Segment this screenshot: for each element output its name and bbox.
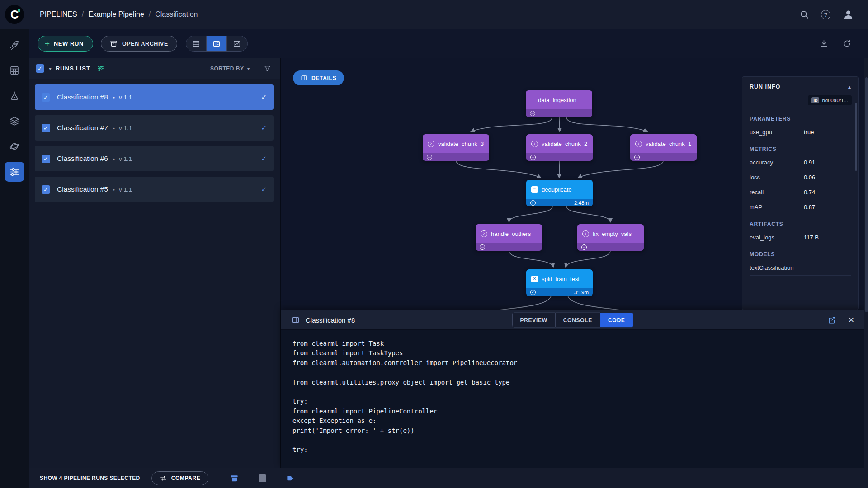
search-button[interactable]: [800, 10, 809, 19]
id-value: bd00a0f1...: [822, 98, 848, 103]
reports-flask-icon: [9, 90, 20, 101]
row-checkbox[interactable]: ✓: [42, 93, 50, 102]
model-link[interactable]: textClassification: [750, 264, 804, 271]
add-tag-button[interactable]: [286, 474, 295, 483]
breadcrumb-separator: /: [82, 10, 84, 19]
run-version: v 1.1: [119, 94, 132, 101]
row-checkbox[interactable]: ✓: [42, 124, 50, 132]
node-footer: [423, 153, 489, 161]
tab-console[interactable]: CONSOLE: [556, 313, 600, 328]
tab-code-label: CODE: [608, 317, 625, 323]
run-row-classification-6[interactable]: ✓ Classification #6 ● v 1.1 ✓: [35, 146, 274, 171]
chevron-circle-icon: ›: [481, 230, 487, 237]
vertical-scrollbar[interactable]: [864, 58, 868, 468]
cached-status-icon: [634, 155, 640, 160]
auto-refresh-icon: [842, 39, 852, 48]
run-info-scrollbar[interactable]: [855, 103, 857, 171]
tab-code[interactable]: CODE: [600, 313, 633, 328]
row-checkbox[interactable]: ✓: [42, 155, 50, 163]
parameter-label: use_gpu: [750, 129, 804, 136]
run-name: Classification #8: [57, 93, 108, 101]
new-run-button[interactable]: + NEW RUN: [38, 36, 93, 52]
code-viewer[interactable]: from clearml import Task from clearml im…: [281, 330, 864, 468]
bottom-panel-header: Classification #8 PREVIEW CONSOLE CODE: [281, 310, 864, 330]
details-button[interactable]: DETAILS: [293, 70, 344, 85]
run-row-classification-5[interactable]: ✓ Classification #5 ● v 1.1 ✓: [35, 177, 274, 202]
filter-button[interactable]: [264, 65, 271, 72]
sidebar-item-hyper-datasets[interactable]: [5, 111, 24, 131]
select-all-checkbox[interactable]: ✓: [36, 64, 44, 73]
run-info-title: RUN INFO: [750, 84, 780, 90]
pipeline-node-handle-outliers[interactable]: › handle_outliers: [476, 224, 542, 251]
models-section-title: MODELS: [742, 245, 858, 261]
collapse-chevron-icon[interactable]: ▴: [848, 84, 851, 90]
archive-selected-button[interactable]: [230, 474, 239, 483]
help-button[interactable]: ?: [821, 10, 830, 19]
parameter-value: true: [804, 129, 814, 136]
open-archive-button[interactable]: OPEN ARCHIVE: [101, 36, 177, 52]
split-view-button[interactable]: [207, 36, 227, 51]
pipeline-node-validate-chunk-3[interactable]: › validate_chunk_3: [423, 134, 489, 161]
sidebar-item-projects[interactable]: [5, 35, 24, 55]
run-id-pill[interactable]: ID bd00a0f1...: [808, 95, 852, 105]
node-header: × split_train_test: [526, 269, 593, 288]
pipeline-node-deduplicate[interactable]: ≡ deduplicate ✓ 2:48m: [526, 180, 593, 206]
panel-expand-icon[interactable]: [292, 316, 300, 324]
pipeline-node-validate-chunk-2[interactable]: › validate_chunk_2: [526, 134, 593, 161]
metric-value: 0.87: [804, 204, 815, 211]
metric-label: mAP: [750, 204, 804, 211]
auto-refresh-button[interactable]: [842, 39, 852, 48]
avatar-icon: [842, 9, 854, 21]
breadcrumb-separator: /: [149, 10, 151, 19]
breadcrumb-project[interactable]: Example Pipeline: [88, 10, 144, 19]
node-footer: ✓ 2:48m: [526, 199, 593, 206]
pipeline-node-validate-chunk-1[interactable]: › validate_chunk_1: [630, 134, 697, 161]
app-root: C PIPELINES / Example Pipeline / Classif…: [0, 0, 868, 488]
node-label: deduplicate: [542, 186, 572, 193]
table-view-button[interactable]: [186, 36, 207, 51]
download-button[interactable]: [819, 39, 829, 48]
separator-dot-icon: ●: [113, 127, 115, 130]
sidebar-item-applications[interactable]: [5, 136, 24, 156]
run-version: v 1.1: [119, 155, 132, 162]
close-panel-button[interactable]: ✕: [848, 315, 854, 325]
node-label: fix_empty_vals: [593, 230, 632, 237]
run-row-classification-8[interactable]: ✓ Classification #8 ● v 1.1 ✓: [35, 84, 274, 110]
applications-orb-icon: [9, 141, 20, 152]
sidebar-item-reports[interactable]: [5, 86, 24, 106]
pipeline-node-data-ingestion[interactable]: ≡ data_ingestion: [526, 90, 592, 117]
pipeline-node-fix-empty-vals[interactable]: › fix_empty_vals: [577, 224, 644, 251]
scrollbar-thumb[interactable]: [865, 77, 868, 312]
run-status-check-icon: ✓: [261, 93, 267, 101]
pipeline-node-split-train-test[interactable]: × split_train_test ✓ 3:19m: [526, 269, 593, 296]
selection-menu-caret-icon[interactable]: ▾: [49, 66, 52, 72]
node-runtime: 2:48m: [574, 200, 589, 206]
metric-value: 0.74: [804, 189, 815, 196]
row-checkbox[interactable]: ✓: [42, 185, 50, 194]
tab-preview[interactable]: PREVIEW: [512, 313, 556, 328]
selection-summary[interactable]: SHOW 4 PIPELINE RUNS SELECTED: [40, 475, 140, 481]
run-status-check-icon: ✓: [261, 155, 267, 163]
tab-preview-label: PREVIEW: [520, 317, 547, 323]
sidebar-item-pipelines[interactable]: [5, 162, 24, 182]
clearml-logo[interactable]: C: [5, 5, 24, 24]
customize-columns-button[interactable]: [97, 65, 104, 72]
sorted-by-label: SORTED BY: [210, 66, 244, 72]
download-icon: [819, 39, 829, 48]
tag-icon: [286, 474, 295, 483]
node-label: validate_chunk_1: [646, 141, 691, 147]
plus-icon: +: [45, 39, 50, 48]
bottom-panel-actions: ✕: [828, 315, 854, 325]
sidebar-item-datasets[interactable]: [5, 61, 24, 80]
sorted-by-dropdown[interactable]: SORTED BY ▾: [210, 66, 250, 72]
compare-button[interactable]: COMPARE: [151, 471, 209, 485]
chart-view-button[interactable]: [227, 36, 247, 51]
open-in-window-button[interactable]: [828, 316, 836, 324]
user-menu-button[interactable]: [842, 9, 854, 21]
abort-selected-button[interactable]: [259, 474, 266, 482]
breadcrumb-pipelines[interactable]: PIPELINES: [40, 10, 77, 19]
run-row-classification-7[interactable]: ✓ Classification #7 ● v 1.1 ✓: [35, 115, 274, 141]
node-footer: [577, 243, 644, 251]
node-footer: ✓ 3:19m: [526, 288, 593, 296]
open-in-new-icon: [828, 316, 836, 324]
